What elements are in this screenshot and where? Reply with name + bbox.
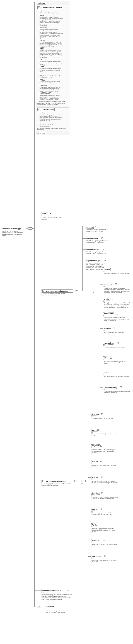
expand-icon[interactable]: + xyxy=(110,357,112,358)
admin-item-infoSource: infoSource xyxy=(103,283,113,286)
attr-desc: If the property value is not defined, sp… xyxy=(40,16,63,26)
wire xyxy=(82,227,86,228)
root-desc: The type for a set of metadata propertie… xyxy=(1,230,24,236)
expand-icon[interactable]: + xyxy=(120,386,122,388)
item-desc: A party (person or organisation) which c… xyxy=(103,302,130,308)
item-name: by xyxy=(92,524,94,526)
expand-icon[interactable]: + xyxy=(111,372,113,373)
item-desc: An alternative identifier assigned to th… xyxy=(103,361,130,364)
admin-item-userInteraction: userInteraction xyxy=(103,386,117,389)
group-icon xyxy=(38,6,40,8)
item-desc: An excluded audience for the content. xyxy=(103,346,125,348)
item-range: 0..∞ xyxy=(103,344,105,346)
other-name: ##other xyxy=(48,606,54,608)
attr-name: pubconstraint xyxy=(39,84,49,86)
expand-icon[interactable]: + xyxy=(103,540,105,541)
expand-icon[interactable]: + xyxy=(101,413,103,415)
wire xyxy=(82,226,83,291)
expand-icon[interactable]: + xyxy=(67,590,69,591)
admin2-range: 0..∞ xyxy=(93,292,95,294)
attr-other: any ##other xyxy=(37,132,69,134)
expand-icon[interactable]: + xyxy=(102,238,103,239)
attr-pubconstraint: pubconstraintOne or many constraints tha… xyxy=(39,84,68,92)
attr-name: custom xyxy=(39,48,45,50)
attr-desc: One or many constraints that apply to pu… xyxy=(40,86,63,92)
ext-desc: Extension Property: the semantics are de… xyxy=(41,594,72,600)
attr-name: howuri xyxy=(39,66,45,68)
attributes-title: attributes xyxy=(37,2,46,4)
wire xyxy=(88,414,91,414)
item-name: keyword xyxy=(92,445,99,447)
item-range: 0..∞ xyxy=(103,330,105,331)
icon-node: icon xyxy=(41,212,47,215)
attr-name: xml:lang xyxy=(39,112,46,114)
attr-id: idThe local identifier of the property. xyxy=(39,10,68,14)
admin-item-contributor: contributor xyxy=(103,312,114,315)
ext-prop-node: contentMetaExtProperty xyxy=(41,589,62,592)
desc-item-description: description xyxy=(91,555,102,558)
expand-icon[interactable]: + xyxy=(117,342,119,344)
icon-range: 0..∞ xyxy=(41,215,44,216)
expand-icon[interactable]: + xyxy=(101,476,103,478)
item-name: urgency xyxy=(86,226,93,228)
item-range: 0..∞ xyxy=(91,558,93,559)
attr-desc: If set to true the corresponding propert… xyxy=(40,50,63,58)
item-range: 0..∞ xyxy=(103,359,105,360)
expand-icon[interactable]: + xyxy=(101,508,103,510)
desc-item-creditline: creditline xyxy=(91,539,100,542)
item-range: 0..∞ xyxy=(91,479,93,480)
expand-icon[interactable]: + xyxy=(50,213,51,214)
expand-icon[interactable]: + xyxy=(115,284,117,285)
expand-icon[interactable]: + xyxy=(112,298,114,300)
admin-group-node: AdministrativeMetadataGroup xyxy=(41,289,73,292)
item-range: 0..∞ xyxy=(91,526,93,528)
expand-icon[interactable]: + xyxy=(116,313,118,314)
item-desc: A natural-language statement about the c… xyxy=(91,528,118,532)
desc-group-node: DescriptiveMetadataGroup xyxy=(41,480,72,483)
wire xyxy=(88,430,91,430)
root-name: ContentMetadataAfDType xyxy=(1,228,25,230)
item-desc: The location from which the content orig… xyxy=(103,273,130,274)
expand-icon[interactable]: + xyxy=(95,524,97,526)
expand-icon[interactable]: + xyxy=(95,226,96,228)
admin-name: AdministrativeMetadataGroup xyxy=(45,290,68,292)
item-name: slugline xyxy=(92,476,98,478)
wire xyxy=(26,228,28,229)
admin-item-exclAudience: exclAudience xyxy=(103,342,115,344)
item-desc: Reflects a specific kind of user interac… xyxy=(103,390,130,394)
item-name: infoSource xyxy=(104,284,113,285)
expand-icon[interactable]: + xyxy=(112,269,114,270)
item-name: description xyxy=(92,556,101,557)
expand-icon[interactable]: + xyxy=(100,445,102,446)
admin-item-located: located xyxy=(103,268,111,271)
expand-icon[interactable]: + xyxy=(113,328,115,329)
attr-desc: The directionality of textual content (e… xyxy=(40,124,63,127)
item-desc: A brief and snappy introduction to the c… xyxy=(91,496,118,500)
wire xyxy=(88,446,91,446)
attr-custom: customIf set to true the corresponding p… xyxy=(39,48,68,58)
attr-name: creator xyxy=(39,14,45,16)
expand-icon[interactable]: + xyxy=(101,492,103,494)
common-power-desc: A group of attributes for all elements o… xyxy=(37,101,66,106)
item-name: contentCreated xyxy=(86,238,98,239)
wire xyxy=(88,413,88,569)
expand-icon[interactable]: + xyxy=(104,556,106,557)
attr-how: howIndicates by which means the value wa… xyxy=(39,58,68,65)
seq-marker-desc xyxy=(74,480,79,482)
admin-desc: A group of properties associated with th… xyxy=(41,293,72,296)
other-node: any ##other xyxy=(45,605,55,608)
item-desc: A party (person or organisation) which m… xyxy=(103,317,130,322)
expand-icon[interactable]: + xyxy=(103,248,104,250)
expand-icon[interactable]: + xyxy=(100,461,102,462)
seq-marker-admin2 xyxy=(93,290,97,292)
group-icon xyxy=(42,480,44,482)
wire xyxy=(82,291,93,291)
expand-icon[interactable]: + xyxy=(99,429,100,431)
desc-item-slugline: slugline xyxy=(91,476,99,479)
attr-name: how xyxy=(39,58,43,61)
expand-icon[interactable]: + xyxy=(105,260,106,261)
item-range: 0..∞ xyxy=(91,416,93,417)
grp-common-power: grp commonPowerAttributes idThe local id… xyxy=(37,5,69,106)
item-desc: Expresses the rating of the content of t… xyxy=(103,376,130,379)
admin-item-audience: audience xyxy=(103,327,112,330)
